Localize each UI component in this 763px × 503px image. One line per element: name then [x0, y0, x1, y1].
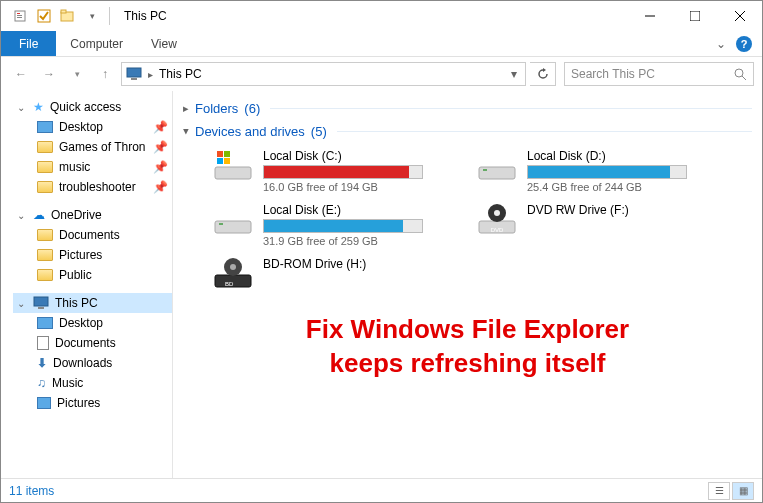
svg-point-28 — [494, 210, 500, 216]
window-controls — [627, 1, 762, 31]
svg-rect-19 — [224, 151, 230, 157]
address-dropdown-icon[interactable]: ▾ — [507, 67, 521, 81]
maximize-button[interactable] — [672, 1, 717, 31]
drive-icon — [477, 149, 517, 181]
properties-icon[interactable] — [9, 5, 31, 27]
pin-icon: 📌 — [153, 160, 168, 174]
sidebar-item-music[interactable]: music📌 — [33, 157, 172, 177]
pc-icon — [33, 296, 49, 310]
sidebar-item-downloads[interactable]: ⬇Downloads — [33, 353, 172, 373]
svg-rect-25 — [219, 223, 223, 225]
pictures-icon — [37, 397, 51, 409]
close-button[interactable] — [717, 1, 762, 31]
pin-icon: 📌 — [153, 180, 168, 194]
refresh-button[interactable] — [530, 62, 556, 86]
sidebar-onedrive[interactable]: ⌄ ☁ OneDrive — [13, 205, 172, 225]
search-placeholder: Search This PC — [571, 67, 733, 81]
drive-item[interactable]: Local Disk (D:)25.4 GB free of 244 GB — [477, 149, 717, 193]
up-button[interactable]: ↑ — [93, 62, 117, 86]
document-icon — [37, 336, 49, 350]
drive-item[interactable]: DVDDVD RW Drive (F:) — [477, 203, 717, 247]
drive-name: DVD RW Drive (F:) — [527, 203, 717, 217]
recent-dropdown-icon[interactable]: ▾ — [65, 62, 89, 86]
svg-text:BD: BD — [225, 281, 234, 287]
ribbon-collapse-icon[interactable]: ⌄ — [716, 37, 726, 51]
details-view-button[interactable]: ☰ — [708, 482, 730, 500]
folder-icon — [37, 141, 53, 153]
svg-point-32 — [230, 264, 236, 270]
tiles-view-button[interactable]: ▦ — [732, 482, 754, 500]
svg-rect-21 — [224, 158, 230, 164]
sidebar-quick-access[interactable]: ⌄ ★ Quick access — [13, 97, 172, 117]
drive-name: Local Disk (E:) — [263, 203, 453, 217]
sidebar-item-pictures[interactable]: Pictures — [33, 245, 172, 265]
chevron-down-icon: ▸ — [180, 129, 193, 135]
svg-rect-6 — [61, 10, 66, 13]
svg-rect-16 — [38, 307, 44, 309]
group-folders[interactable]: ▸ Folders (6) — [183, 97, 752, 120]
breadcrumb-dropdown-icon[interactable]: ▸ — [148, 69, 153, 80]
sidebar-item-pictures[interactable]: Pictures — [33, 393, 172, 413]
svg-rect-12 — [131, 78, 137, 80]
address-text: This PC — [159, 67, 501, 81]
sidebar-item-documents[interactable]: Documents — [33, 333, 172, 353]
minimize-button[interactable] — [627, 1, 672, 31]
chevron-down-icon: ⌄ — [17, 210, 27, 221]
sidebar-item-desktop[interactable]: Desktop📌 — [33, 117, 172, 137]
back-button[interactable]: ← — [9, 62, 33, 86]
svg-point-13 — [735, 69, 743, 77]
pc-icon — [126, 66, 142, 82]
drive-name: BD-ROM Drive (H:) — [263, 257, 453, 271]
checkbox-icon[interactable] — [33, 5, 55, 27]
address-bar[interactable]: ▸ This PC ▾ — [121, 62, 526, 86]
group-drives[interactable]: ▸ Devices and drives (5) — [183, 120, 752, 143]
svg-rect-3 — [17, 17, 22, 18]
drive-item[interactable]: Local Disk (E:)31.9 GB free of 259 GB — [213, 203, 453, 247]
usage-bar — [263, 219, 423, 233]
status-bar: 11 items ☰ ▦ — [1, 478, 762, 502]
tab-computer[interactable]: Computer — [56, 31, 137, 56]
item-count: 11 items — [9, 484, 54, 498]
sidebar-item-public[interactable]: Public — [33, 265, 172, 285]
usage-bar — [263, 165, 423, 179]
svg-rect-2 — [17, 15, 22, 16]
file-tab[interactable]: File — [1, 31, 56, 56]
sidebar-item-troubleshooter[interactable]: troubleshooter📌 — [33, 177, 172, 197]
svg-rect-17 — [215, 167, 251, 179]
drive-icon — [213, 203, 253, 235]
pin-icon: 📌 — [153, 120, 168, 134]
forward-button[interactable]: → — [37, 62, 61, 86]
folder-icon — [37, 161, 53, 173]
quick-access-toolbar: ▾ — [1, 5, 103, 27]
search-input[interactable]: Search This PC — [564, 62, 754, 86]
search-icon — [733, 67, 747, 81]
sidebar-item-music[interactable]: ♫Music — [33, 373, 172, 393]
qa-dropdown-icon[interactable]: ▾ — [81, 5, 103, 27]
drive-item[interactable]: BDBD-ROM Drive (H:) — [213, 257, 453, 289]
download-icon: ⬇ — [37, 356, 47, 370]
sidebar-item-documents[interactable]: Documents — [33, 225, 172, 245]
svg-rect-11 — [127, 68, 141, 77]
drive-name: Local Disk (C:) — [263, 149, 453, 163]
drive-icon: BD — [213, 257, 253, 289]
drive-item[interactable]: Local Disk (C:)16.0 GB free of 194 GB — [213, 149, 453, 193]
ribbon: File Computer View ⌄ ? — [1, 31, 762, 57]
svg-rect-18 — [217, 151, 223, 157]
sidebar-item-games[interactable]: Games of Thron📌 — [33, 137, 172, 157]
desktop-icon — [37, 317, 53, 329]
content-pane: ▸ Folders (6) ▸ Devices and drives (5) L… — [173, 91, 762, 478]
usage-bar — [527, 165, 687, 179]
pin-icon: 📌 — [153, 140, 168, 154]
help-icon[interactable]: ? — [736, 36, 752, 52]
new-folder-icon[interactable] — [57, 5, 79, 27]
svg-line-14 — [742, 76, 746, 80]
star-icon: ★ — [33, 100, 44, 114]
sidebar-this-pc[interactable]: ⌄ This PC — [13, 293, 172, 313]
nav-bar: ← → ▾ ↑ ▸ This PC ▾ Search This PC — [1, 57, 762, 91]
drive-name: Local Disk (D:) — [527, 149, 717, 163]
sidebar-item-desktop[interactable]: Desktop — [33, 313, 172, 333]
desktop-icon — [37, 121, 53, 133]
cloud-icon: ☁ — [33, 208, 45, 222]
tab-view[interactable]: View — [137, 31, 191, 56]
nav-tree: ⌄ ★ Quick access Desktop📌 Games of Thron… — [1, 91, 173, 478]
